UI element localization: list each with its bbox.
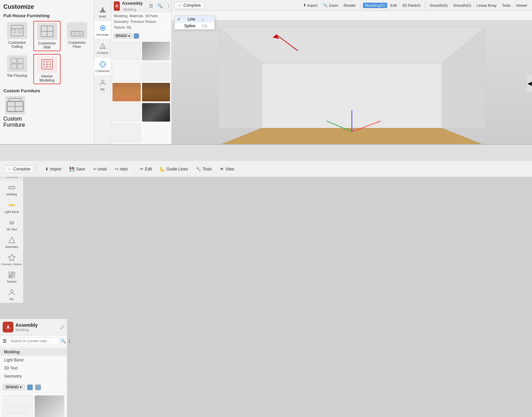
guide-lines-btn[interactable]: 📐 Guide Lines — [158, 166, 190, 172]
tile-white5[interactable] — [112, 124, 141, 142]
bottom-half: ← Complete ⬇ Import 💾 Save ↩ undo ↪ redo — [0, 161, 532, 417]
modeling-btn-top[interactable]: Modeling(D) — [363, 3, 387, 8]
search-input-bottom[interactable] — [8, 338, 59, 344]
molding-item-1[interactable] — [3, 395, 33, 417]
tools-btn-top[interactable]: Tools — [500, 3, 513, 8]
tile-white2[interactable] — [112, 62, 141, 81]
complete-btn-bottom[interactable]: ← Complete — [4, 165, 34, 173]
nav-my[interactable]: My — [94, 76, 111, 93]
wall-label: Customize Wall — [35, 41, 59, 49]
nav-3dtext-bottom[interactable]: 3D 3D Text — [0, 216, 23, 233]
texture-icon-bottom — [7, 270, 16, 279]
redo-btn[interactable]: ↪ redo — [113, 166, 130, 172]
nav-my-top[interactable]: My — [126, 25, 132, 30]
interior-modeling-item[interactable]: Interior Modeling — [33, 54, 61, 84]
smooth1-btn-top[interactable]: Smooth(G) — [428, 3, 450, 8]
nav-materials[interactable]: Materials — [129, 13, 144, 19]
collapse-arrow-top[interactable]: ◀ — [527, 75, 532, 92]
color-filter-top[interactable] — [134, 33, 139, 39]
smooth2-btn-top[interactable]: Smooth(G) — [451, 3, 473, 8]
nav-lightband-left[interactable]: Light Band — [0, 356, 67, 364]
import-icon: ⬇ — [45, 167, 48, 171]
nav-texture-bottom[interactable]: Texture — [0, 268, 23, 285]
assembly-header-actions: ☰ 🔍 ⋮ — [148, 3, 172, 9]
nav-premium-bottom[interactable]: Premium Texture — [0, 251, 23, 268]
guide-icon: 📐 — [160, 167, 165, 171]
nav-premium-texture[interactable]: Premium Texture — [130, 19, 157, 24]
ceiling-icon-box — [7, 22, 27, 39]
nav-al-decor[interactable]: AI Al Decor — [94, 40, 111, 57]
tile-dark-stone[interactable] — [142, 103, 170, 122]
nav-lightband-bottom[interactable]: Light Band — [0, 199, 23, 216]
list-view-btn[interactable]: ☰ — [148, 3, 155, 9]
import-icon-top: ⬇ — [303, 3, 306, 7]
custom-furniture-item[interactable]: Custom Furniture — [3, 96, 27, 128]
view-btn[interactable]: 👁 View — [218, 166, 236, 172]
nav-3dparts[interactable]: 3d Parts — [144, 13, 158, 19]
nav-geometry-left[interactable]: Geometry — [0, 372, 67, 380]
tools-btn[interactable]: 🔧 Tools — [194, 166, 214, 172]
my-icon-bottom — [7, 288, 16, 297]
floor-label: Customize Floor — [65, 40, 89, 49]
nav-modeling[interactable]: Modeling — [113, 13, 128, 19]
customize-ceiling-item[interactable]: Customize Ceiling — [3, 21, 31, 51]
expand-icon-bottom[interactable]: ⤢ — [60, 324, 64, 330]
svg-rect-58 — [9, 272, 11, 275]
customize-wall-item[interactable]: Customize Wall — [33, 21, 61, 51]
tile-white3[interactable] — [142, 62, 170, 81]
import-btn-top[interactable]: ⬇ Import — [301, 2, 320, 8]
tile-wood[interactable] — [112, 83, 141, 101]
tile-white[interactable] — [112, 42, 141, 60]
nav-3dtext-left[interactable]: 3D Text — [0, 364, 67, 372]
nav-molding-bottom[interactable]: Molding — [0, 181, 23, 198]
search-btn-top[interactable]: 🔍 — [156, 3, 164, 9]
nav-build[interactable]: Build — [94, 3, 111, 20]
brand-filter-btn-top[interactable]: BRAND ▾ — [113, 33, 132, 39]
spline-option[interactable]: Spline C/L — [175, 23, 214, 29]
line-check: ✓ — [177, 17, 181, 22]
complete-btn-top[interactable]: ← Complete — [174, 2, 204, 9]
assembly-sub-span: Molding — [123, 7, 136, 11]
svg-marker-56 — [9, 237, 15, 243]
list-icon-bottom[interactable]: ☰ — [3, 339, 7, 344]
bottom-toolbar-actions: ⬇ Import 💾 Save ↩ undo ↪ redo ✏ Edit 📐 — [43, 164, 236, 174]
nav-decorate[interactable]: Decorate — [94, 22, 111, 38]
zoom-btn-top[interactable]: 🔍 Zoom — [321, 2, 340, 8]
molding-item-2[interactable] — [35, 395, 65, 417]
customize-icon — [98, 60, 107, 69]
edit-btn-top[interactable]: Edit — [389, 3, 399, 8]
viewer-btn-top[interactable]: Viewer — [514, 3, 529, 8]
tile-white4[interactable] — [112, 103, 141, 122]
3dparts-btn-top[interactable]: 3D Parts/G — [400, 3, 423, 8]
render-btn-top[interactable]: Render — [342, 3, 358, 8]
linear-btn-top[interactable]: Linear Array — [475, 3, 499, 8]
save-btn[interactable]: 💾 Save — [67, 166, 87, 172]
svg-rect-24 — [101, 9, 104, 11]
tile-gray[interactable] — [142, 42, 170, 60]
nav-geometry[interactable]: Geometry — [113, 19, 129, 24]
customize-floor-item[interactable]: Customize Floor — [63, 21, 91, 51]
color-swatch-bottom2[interactable] — [35, 384, 41, 390]
search-icon-bottom[interactable]: 🔍 — [61, 339, 66, 344]
nav-texture[interactable]: Texture — [113, 25, 126, 30]
nav-molding-left[interactable]: Molding — [0, 348, 67, 356]
back-arrow-icon: ← — [178, 3, 182, 8]
svg-rect-63 — [7, 406, 28, 413]
nav-customize[interactable]: Customize — [94, 58, 111, 75]
brand-filter-tag[interactable]: BRAND ▾ — [3, 384, 25, 390]
tile-flooring-item[interactable]: Tile Flooring — [3, 54, 31, 84]
line-key: L — [202, 17, 204, 21]
molding-grid-bottom — [0, 393, 67, 417]
sort-icon-bottom[interactable]: ⋮ — [67, 339, 72, 344]
decorate-label: Decorate — [96, 33, 109, 36]
complete-label-top: Complete — [184, 3, 201, 8]
color-swatch-bottom[interactable] — [27, 384, 33, 390]
line-option[interactable]: ✓ Line L — [175, 16, 214, 23]
nav-my-bottom[interactable]: My — [0, 286, 23, 303]
undo-btn[interactable]: ↩ undo — [91, 166, 109, 172]
edit-btn[interactable]: ✏ Edit — [138, 166, 154, 172]
tile-dark-wood[interactable] — [142, 83, 170, 101]
nav-geometry-bottom[interactable]: Geometry — [0, 234, 23, 251]
import-btn[interactable]: ⬇ Import — [43, 166, 63, 172]
left-nav-bottom-section: Molding Light Band 3D Text Geometry — [0, 347, 67, 382]
